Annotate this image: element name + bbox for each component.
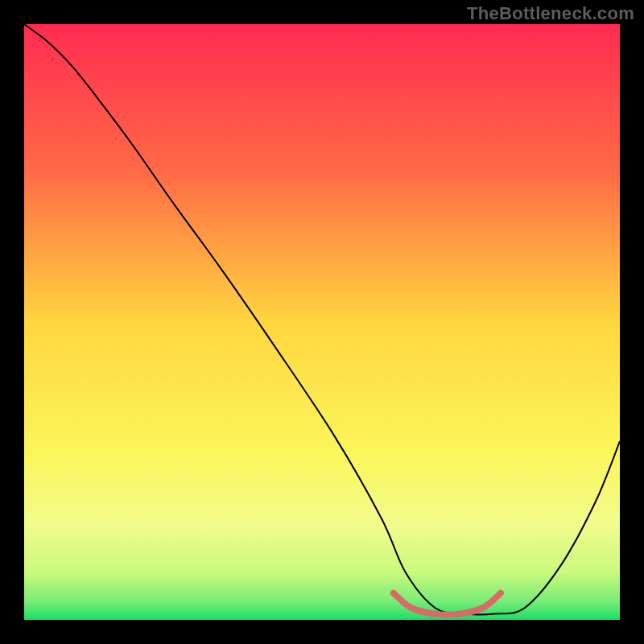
plot-area [24,24,620,620]
gradient-background [24,24,620,620]
chart-container: TheBottleneck.com [0,0,644,644]
watermark-text: TheBottleneck.com [467,3,634,24]
chart-svg [24,24,620,620]
